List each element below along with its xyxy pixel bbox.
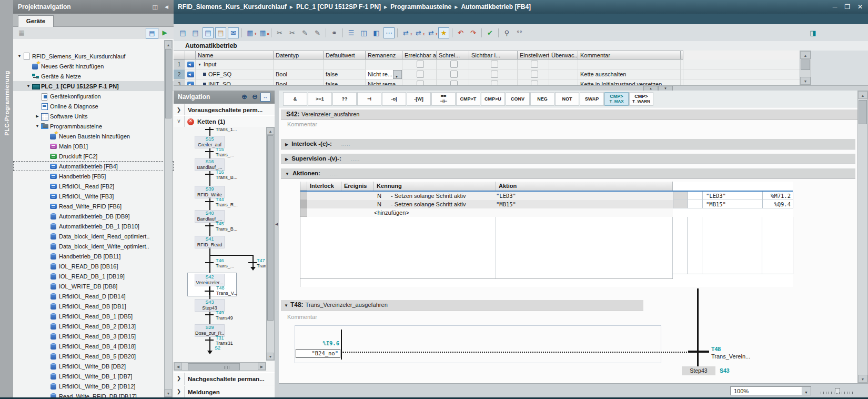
dropdown-icon[interactable] bbox=[802, 387, 811, 395]
instruction-[interactable]: & bbox=[283, 92, 307, 106]
sequence-chain-canvas[interactable]: Trans_1... S15Greifer_auf T15 Trans_... … bbox=[174, 127, 266, 361]
transition-id[interactable]: T16 bbox=[216, 170, 224, 175]
section-aktionen[interactable]: ▼Aktionen:..... bbox=[281, 168, 855, 179]
insert-mode-icon[interactable]: ▤ bbox=[203, 27, 214, 38]
operand-format-icon[interactable]: ⇄± bbox=[426, 27, 437, 38]
tree-item[interactable]: LRfidIOL_Read_DB_1 [DB5] bbox=[13, 311, 174, 321]
variable-row[interactable]: 3 INIT_SQ Bool false Nicht rema Kette in… bbox=[174, 79, 800, 85]
action-operand[interactable]: "LED3" bbox=[496, 192, 673, 200]
tree-item[interactable]: LRfidIOL_Read_DB_4 [DB18] bbox=[13, 341, 174, 351]
previous-error-icon[interactable]: ↶ bbox=[455, 27, 466, 38]
scroll-down-icon[interactable]: ▼ bbox=[267, 353, 274, 360]
chevron-right-icon[interactable]: ▶ bbox=[281, 157, 291, 162]
column-header-ueberwachung[interactable]: Überwac... bbox=[549, 51, 578, 59]
zoom-in-icon[interactable]: ⊕ bbox=[241, 93, 247, 101]
transition-name[interactable]: Tran bbox=[257, 264, 266, 268]
ladder-network[interactable]: %I9.6 "B24_no" bbox=[295, 325, 661, 363]
scroll-thumb[interactable] bbox=[267, 135, 274, 321]
chevron-right-icon[interactable]: ❯ bbox=[174, 386, 185, 398]
step-comment-placeholder[interactable]: Kommentar bbox=[287, 121, 317, 127]
column-header-interlock[interactable]: Interlock bbox=[307, 182, 341, 191]
tree-item[interactable]: Handbetrieb [FB5] bbox=[13, 171, 174, 181]
column-view-icon[interactable]: ▦ bbox=[16, 28, 27, 38]
tree-item[interactable]: Gerätekonfiguration bbox=[13, 91, 174, 101]
section-pre-operations[interactable]: ❯ Vorausgeschaltete perm... bbox=[174, 104, 275, 116]
scroll-up-icon[interactable]: ▲ bbox=[858, 91, 867, 99]
minimize-icon[interactable]: ─ bbox=[829, 0, 841, 14]
consistency-check-icon[interactable]: ✔ bbox=[485, 27, 496, 38]
close-icon[interactable]: ✕ bbox=[854, 0, 866, 14]
symbolic-operands-icon[interactable]: ⇄± bbox=[413, 27, 424, 38]
transition-name[interactable]: Trans_B... bbox=[216, 227, 237, 232]
tree-item[interactable]: Main [OB1] bbox=[13, 141, 174, 151]
add-action-placeholder[interactable]: <hinzufügen> bbox=[374, 208, 496, 217]
tree-item[interactable]: LRfidIOL_Read [FB2] bbox=[13, 181, 174, 191]
dropdown-icon[interactable] bbox=[393, 70, 402, 79]
scroll-left-icon[interactable]: ◀ bbox=[174, 363, 182, 370]
instruction-cmpt[interactable]: CMP>T bbox=[456, 92, 480, 106]
transition-id[interactable]: T15 bbox=[216, 147, 224, 152]
transition-header[interactable]: ▼T48:Trans_Vereinzeler_ausgefahren bbox=[281, 300, 643, 311]
instruction-[interactable]: ?? bbox=[332, 92, 357, 106]
tree-item[interactable]: Geräte & Netze bbox=[13, 71, 174, 81]
project-tree-scrollbar[interactable]: ▲ ▼ bbox=[164, 40, 173, 397]
instruction-cmp-t_max[interactable]: CMP>T_MAX bbox=[604, 92, 629, 106]
section-chains[interactable]: ˅ Ketten (1) bbox=[174, 115, 275, 128]
tree-item[interactable]: LRfidIOL_Read_DB_3 [DB15] bbox=[13, 331, 174, 341]
tab-geraete[interactable]: Geräte bbox=[18, 15, 54, 27]
tree-item[interactable]: IOL_READ_DB_1 [DB19] bbox=[13, 271, 174, 281]
transition-name[interactable]: Trans_V... bbox=[216, 291, 237, 296]
insert-row-icon[interactable]: ▤ bbox=[177, 27, 188, 38]
outline-icon[interactable]: ☰ bbox=[346, 27, 357, 38]
add-network-icon[interactable]: ▦+ bbox=[245, 27, 256, 38]
instruction-1[interactable]: >=1 bbox=[308, 92, 332, 106]
chevron-right-icon[interactable]: ▶ bbox=[281, 142, 291, 147]
tree-item[interactable]: LRfidIOL_Read_DB_5 [DB20] bbox=[13, 351, 174, 361]
transition-name[interactable]: Trans_... bbox=[216, 153, 234, 157]
tree-item[interactable]: LRfidIOL_Read_DB_2 [DB13] bbox=[13, 321, 174, 331]
split-horizontal-icon[interactable]: ◫ bbox=[358, 27, 369, 38]
breadcrumb-item[interactable]: Programmbausteine bbox=[388, 3, 453, 11]
chain-scrollbar-horizontal[interactable]: ◀ ▶ bbox=[174, 362, 266, 371]
instruction-conv[interactable]: CONV bbox=[506, 92, 530, 106]
transition-id[interactable]: T31 bbox=[216, 336, 224, 341]
scroll-up-icon[interactable]: ▲ bbox=[800, 51, 811, 59]
scroll-down-icon[interactable]: ▼ bbox=[858, 375, 867, 383]
scroll-down-icon[interactable]: ▼ bbox=[165, 389, 172, 397]
scroll-thumb[interactable] bbox=[801, 59, 810, 70]
checkbox[interactable] bbox=[450, 81, 458, 85]
tree-item[interactable]: Data_block_Ident_Write_optimiert.. bbox=[13, 241, 174, 251]
checkbox[interactable] bbox=[531, 61, 538, 68]
tree-item[interactable]: LRfidIOL_Write_DB_1 [DB7] bbox=[13, 371, 174, 381]
breadcrumb-item[interactable]: PLC_1 [CPU 1512SP F-1 PN] bbox=[294, 3, 383, 11]
zoom-select[interactable]: 100% bbox=[730, 386, 811, 395]
renumber-all-icon[interactable]: ✂ bbox=[287, 27, 298, 38]
tree-item[interactable]: IOL_WRITE_DB [DB8] bbox=[13, 281, 174, 291]
scroll-up-icon[interactable]: ▲ bbox=[267, 127, 274, 135]
chevron-down-icon[interactable]: ˅ bbox=[174, 116, 185, 127]
transition-id[interactable]: T48 bbox=[216, 286, 225, 291]
tree-item[interactable]: ▶Software Units bbox=[13, 111, 174, 121]
tree-item[interactable]: LRfidIOL_Write_DB_2 [DB12] bbox=[13, 381, 174, 391]
transition-name[interactable]: Trans_1... bbox=[216, 127, 237, 132]
variable-row[interactable]: 2 OFF_SQ Bool false Nicht re... Kette au… bbox=[174, 69, 800, 79]
action-row-add[interactable]: <hinzufügen> bbox=[300, 208, 793, 217]
collapse-panel-icon[interactable]: ◀ bbox=[165, 0, 168, 14]
jump-target-id[interactable]: S2 bbox=[215, 346, 220, 351]
chevron-right-icon[interactable]: ❯ bbox=[174, 373, 185, 385]
transition-name[interactable]: Trans_R... bbox=[216, 203, 238, 207]
scroll-thumb[interactable] bbox=[165, 49, 171, 118]
splitter-handle-icon[interactable]: ◀ bbox=[275, 222, 278, 226]
instruction-o[interactable]: -o| bbox=[382, 92, 406, 106]
checkbox[interactable] bbox=[417, 61, 424, 68]
tree-item[interactable]: Automatikbetrieb_DB_1 [DB10] bbox=[13, 221, 174, 231]
update-calls-icon[interactable]: ✎ bbox=[299, 27, 310, 38]
test-icon[interactable]: °° bbox=[514, 27, 525, 38]
checkbox[interactable] bbox=[531, 71, 538, 78]
restore-icon[interactable]: ❐ bbox=[842, 0, 853, 14]
detail-view-button[interactable]: ▤ bbox=[146, 28, 158, 39]
section-interlock[interactable]: ▶Interlock -(c)-:..... bbox=[281, 139, 855, 149]
tree-item[interactable]: Neues Gerät hinzufügen bbox=[13, 61, 174, 71]
expand-icon[interactable]: ▼ bbox=[25, 84, 32, 88]
search-icon[interactable]: ⚲ bbox=[501, 27, 512, 38]
